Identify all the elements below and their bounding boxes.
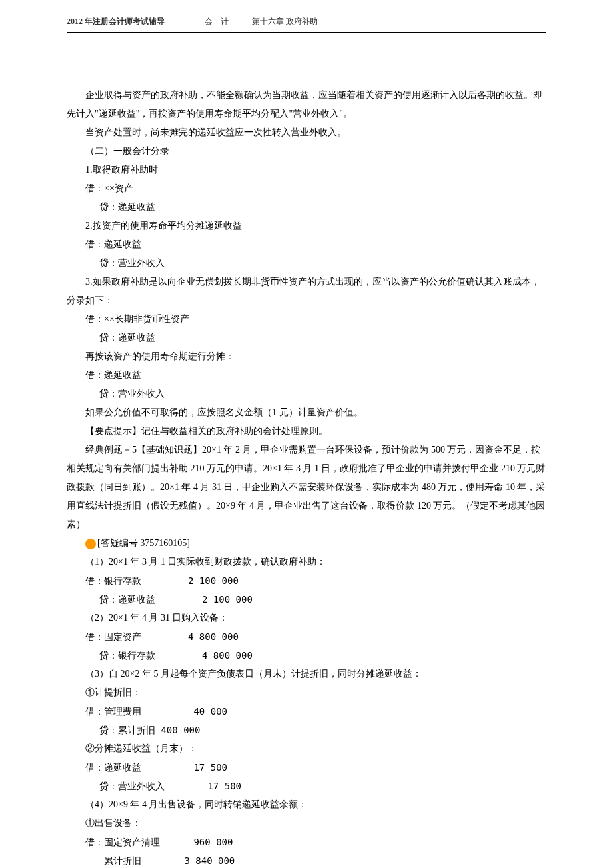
entry-credit: 贷：营业外收入 [67,254,546,273]
header-right: 第十六章 政府补助 [252,17,318,26]
body-content: 企业取得与资产的政府补助，不能全额确认为当期收益，应当随着相关资产的使用逐渐计入… [67,86,546,868]
entry-credit: 贷：银行存款 4 800 000 [67,646,546,665]
entry-debit: 借：递延收益 17 500 [67,758,546,777]
paragraph: 再按该资产的使用寿命期进行分摊： [67,347,546,366]
paragraph: 2.按资产的使用寿命平均分摊递延收益 [67,217,546,235]
entry-debit: 借：递延收益 [67,235,546,254]
entry-line: 累计折旧 3 840 000 [67,851,546,868]
example: 经典例题－5【基础知识题】20×1 年 2 月，甲企业需购置一台环保设备，预计价… [67,441,546,534]
step: （2）20×1 年 4 月 31 日购入设备： [67,609,546,627]
paragraph: 企业取得与资产的政府补助，不能全额确认为当期收益，应当随着相关资产的使用逐渐计入… [67,86,546,123]
entry-debit: 借：递延收益 [67,366,546,385]
entry-debit: 借：管理费用 40 000 [67,702,546,721]
tip: 【要点提示】记住与收益相关的政府补助的会计处理原则。 [67,422,546,441]
entry-credit: 贷：递延收益 [67,198,546,217]
substep: ②分摊递延收益（月末）： [67,739,546,758]
entry-credit: 贷：累计折旧 400 000 [67,721,546,739]
header-mid: 会 计 [205,17,229,26]
paragraph: 当资产处置时，尚未摊完的递延收益应一次性转入营业外收入。 [67,123,546,142]
qa-number: ?[答疑编号 3757160105] [67,534,546,553]
paragraph: 如果公允价值不可取得的，应按照名义金额（1 元）计量资产价值。 [67,403,546,422]
page-container: 2012 年注册会计师考试辅导会 计第十六章 政府补助 企业取得与资产的政府补助… [0,0,613,868]
paragraph: （二）一般会计分录 [67,142,546,161]
entry-debit: 借：××资产 [67,179,546,198]
entry-debit: 借：××长期非货币性资产 [67,310,546,329]
entry-credit: 贷：递延收益 [67,329,546,347]
entry-debit: 借：固定资产 4 800 000 [67,627,546,646]
paragraph: 3.如果政府补助是以向企业无偿划拨长期非货币性资产的方式出现的，应当以资产的公允… [67,273,546,310]
entry-credit: 贷：营业外收入 [67,385,546,403]
entry-credit: 贷：营业外收入 17 500 [67,777,546,795]
step: （1）20×1 年 3 月 1 日实际收到财政拨款，确认政府补助： [67,553,546,571]
entry-debit: 借：银行存款 2 100 000 [67,571,546,590]
substep: ①出售设备： [67,814,546,833]
question-mark-icon: ? [85,539,96,549]
qa-number-text: [答疑编号 3757160105] [97,538,190,548]
step: （4）20×9 年 4 月出售设备，同时转销递延收益余额： [67,795,546,814]
step: （3）自 20×2 年 5 月起每个资产负债表日（月末）计提折旧，同时分摊递延收… [67,665,546,683]
header-left: 2012 年注册会计师考试辅导 [67,17,165,26]
page-header: 2012 年注册会计师考试辅导会 计第十六章 政府补助 [67,13,546,33]
paragraph: 1.取得政府补助时 [67,161,546,179]
substep: ①计提折旧： [67,683,546,702]
entry-credit: 贷：递延收益 2 100 000 [67,590,546,609]
entry-debit: 借：固定资产清理 960 000 [67,833,546,851]
